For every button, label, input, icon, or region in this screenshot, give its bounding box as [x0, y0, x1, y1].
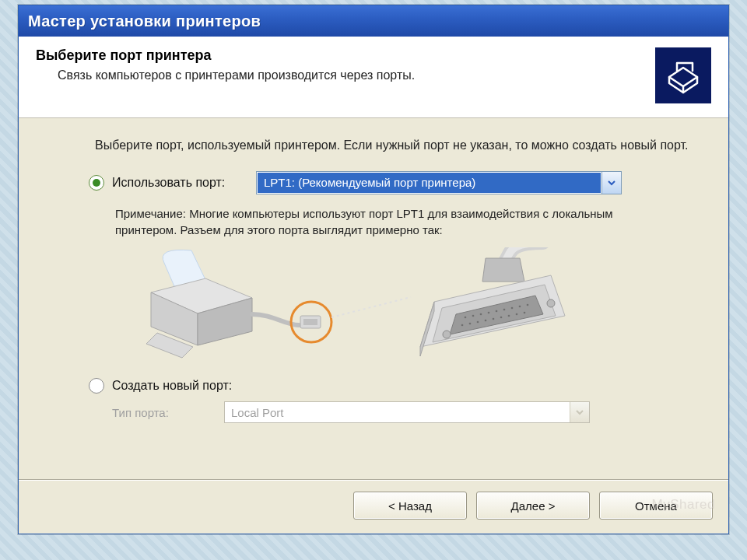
svg-point-15	[461, 324, 464, 327]
wizard-window: Мастер установки принтеров Выберите порт…	[18, 5, 729, 534]
create-port-label[interactable]: Создать новый порт:	[112, 379, 232, 393]
next-button[interactable]: Далее >	[476, 492, 590, 520]
create-port-row: Создать новый порт:	[89, 378, 700, 394]
port-type-dropdown: Local Port	[224, 401, 590, 423]
port-illustration	[115, 247, 613, 364]
port-type-value: Local Port	[225, 402, 570, 422]
svg-rect-2	[303, 319, 317, 325]
port-dropdown[interactable]: LPT1: (Рекомендуемый порт принтера)	[256, 171, 622, 194]
svg-point-14	[527, 304, 529, 306]
use-port-label[interactable]: Использовать порт:	[112, 176, 248, 190]
svg-point-7	[472, 315, 475, 317]
svg-point-4	[443, 331, 451, 338]
printer-icon	[655, 47, 711, 103]
note-text: Примечание: Многие компьютеры используют…	[115, 205, 629, 239]
svg-point-17	[477, 321, 479, 324]
header-text: Выберите порт принтера Связь компьютеров…	[36, 47, 415, 82]
svg-point-10	[496, 310, 498, 313]
svg-point-23	[524, 312, 526, 314]
svg-point-13	[519, 306, 521, 308]
svg-point-9	[488, 312, 490, 314]
radio-use-port[interactable]	[89, 175, 104, 191]
wizard-header: Выберите порт принтера Связь компьютеров…	[19, 37, 728, 118]
chevron-down-icon	[570, 402, 589, 422]
port-dropdown-value: LPT1: (Рекомендуемый порт принтера)	[258, 173, 601, 193]
svg-point-18	[485, 320, 487, 322]
backdrop: Мастер установки принтеров Выберите порт…	[0, 0, 747, 560]
cancel-button[interactable]: Отмена MyShared	[599, 492, 713, 520]
instruction-text: Выберите порт, используемый принтером. Е…	[95, 137, 700, 154]
page-subtitle: Связь компьютеров с принтерами производи…	[58, 68, 415, 82]
wizard-footer: < Назад Далее > Отмена MyShared	[19, 481, 728, 534]
page-title: Выберите порт принтера	[36, 47, 415, 64]
chevron-down-icon[interactable]	[601, 172, 621, 194]
svg-line-3	[331, 297, 411, 317]
svg-point-11	[503, 309, 506, 311]
svg-point-22	[516, 313, 518, 316]
svg-point-5	[547, 299, 555, 307]
svg-point-19	[493, 318, 495, 320]
svg-point-16	[469, 323, 472, 325]
svg-point-12	[511, 307, 514, 310]
wizard-body: Выберите порт, используемый принтером. Е…	[19, 118, 728, 474]
back-button[interactable]: < Назад	[353, 492, 467, 520]
svg-point-6	[465, 317, 467, 319]
svg-point-20	[500, 317, 503, 319]
titlebar[interactable]: Мастер установки принтеров	[19, 5, 728, 37]
port-type-row: Тип порта: Local Port	[112, 401, 700, 423]
port-type-label: Тип порта:	[112, 406, 213, 419]
window-title: Мастер установки принтеров	[28, 12, 261, 30]
radio-create-port[interactable]	[89, 378, 104, 394]
svg-point-21	[508, 315, 510, 317]
svg-point-8	[480, 313, 482, 316]
use-port-row: Использовать порт: LPT1: (Рекомендуемый …	[89, 171, 700, 194]
